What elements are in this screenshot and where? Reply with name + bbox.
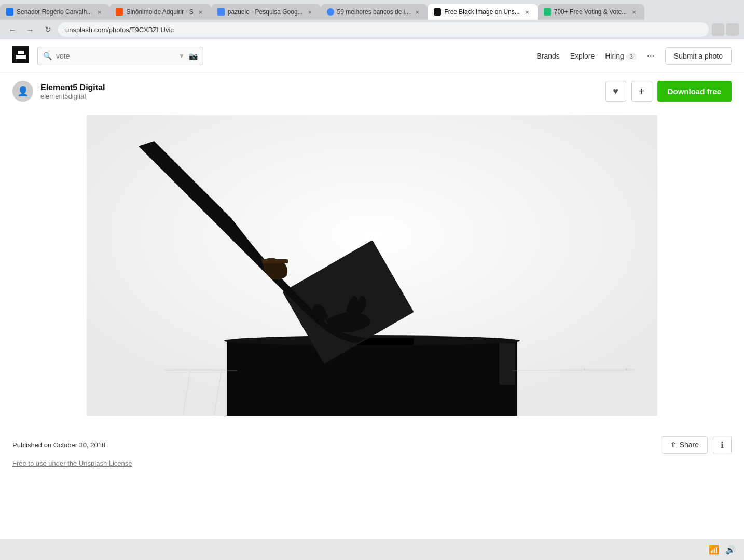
- unsplash-header: 🔍 ▼ 📷 Brands Explore Hiring 3 ··· Submit…: [0, 39, 744, 73]
- tab-close-google[interactable]: ×: [306, 8, 314, 16]
- forward-button[interactable]: →: [23, 22, 37, 37]
- header-nav: Brands Explore Hiring 3 ··· Submit a pho…: [536, 47, 732, 65]
- svg-rect-15: [499, 343, 515, 385]
- photo-image: [87, 115, 657, 416]
- unsplash-logo[interactable]: [12, 46, 29, 66]
- tab-senador[interactable]: Senador Rogério Carvalh... ×: [0, 4, 109, 20]
- info-button[interactable]: ℹ: [713, 436, 732, 454]
- more-options-button[interactable]: ···: [647, 50, 655, 61]
- tab-title-sinonimo: Sinônimo de Adquirir - S: [126, 8, 193, 16]
- tab-favicon-senador: [6, 8, 13, 16]
- photo-info-bar: 👤 Element5 Digital element5digital ♥ + D…: [0, 73, 744, 110]
- nav-brands[interactable]: Brands: [536, 52, 559, 60]
- volume-icon: 🔊: [725, 545, 736, 555]
- address-input[interactable]: [58, 22, 709, 37]
- tab-title-voting: 700+ Free Voting & Vote...: [554, 8, 627, 16]
- photo-container: [0, 110, 744, 428]
- tab-sinonimo[interactable]: Sinônimo de Adquirir - S ×: [109, 4, 211, 20]
- svg-rect-0: [12, 46, 29, 63]
- share-icon: ⇧: [670, 441, 677, 449]
- svg-rect-9: [262, 259, 288, 263]
- search-input[interactable]: [56, 52, 174, 60]
- tab-close-bancos[interactable]: ×: [413, 8, 421, 16]
- info-icon: ℹ: [721, 440, 724, 450]
- tab-favicon-bancos: [327, 8, 334, 16]
- tab-favicon-sinonimo: [116, 8, 123, 16]
- download-free-button[interactable]: Download free: [657, 81, 732, 102]
- svg-rect-5: [227, 341, 517, 416]
- taskbar: 📶 🔊: [0, 539, 744, 560]
- tab-close-sinonimo[interactable]: ×: [197, 8, 205, 16]
- tab-favicon-unsplash: [434, 8, 441, 16]
- extension-icon-2[interactable]: [726, 23, 739, 36]
- tab-google[interactable]: pazuelo - Pesquisa Goog... ×: [211, 4, 321, 20]
- svg-point-16: [584, 368, 586, 370]
- wifi-icon: 📶: [709, 545, 719, 555]
- tab-voting[interactable]: 700+ Free Voting & Vote... ×: [538, 4, 644, 20]
- extension-area: [712, 23, 739, 36]
- tab-bancos[interactable]: 59 melhores bancos de i... ×: [321, 4, 428, 20]
- avatar: 👤: [12, 81, 33, 102]
- tab-close-senador[interactable]: ×: [95, 8, 103, 16]
- tab-title-bancos: 59 melhores bancos de i...: [337, 8, 410, 16]
- hiring-badge: 3: [626, 53, 637, 60]
- submit-photo-button[interactable]: Submit a photo: [665, 47, 732, 65]
- photo-actions: ♥ + Download free: [605, 81, 732, 102]
- meta-actions: ⇧ Share ℹ: [662, 436, 732, 454]
- photo-wrapper: [87, 115, 657, 418]
- camera-search-icon[interactable]: 📷: [189, 52, 198, 60]
- tab-favicon-voting: [544, 8, 551, 16]
- svg-point-17: [625, 368, 627, 370]
- publish-date: Published on October 30, 2018: [12, 441, 105, 449]
- tab-title-google: pazuelo - Pesquisa Goog...: [228, 8, 303, 16]
- tab-title-senador: Senador Rogério Carvalh...: [17, 8, 92, 16]
- license-link[interactable]: Free to use under the Unsplash License: [12, 459, 132, 467]
- photo-meta: Published on October 30, 2018 ⇧ Share ℹ: [0, 428, 744, 457]
- search-icon: 🔍: [43, 52, 52, 60]
- tab-favicon-google: [217, 8, 225, 16]
- add-to-collection-button[interactable]: +: [631, 81, 652, 102]
- browser-frame: Senador Rogério Carvalh... × Sinônimo de…: [0, 0, 744, 39]
- nav-hiring[interactable]: Hiring 3: [605, 52, 637, 60]
- refresh-button[interactable]: ↻: [40, 22, 55, 37]
- like-button[interactable]: ♥: [605, 81, 626, 102]
- share-button[interactable]: ⇧ Share: [662, 436, 708, 454]
- address-bar-row: ← → ↻: [0, 20, 744, 39]
- nav-explore[interactable]: Explore: [570, 52, 595, 60]
- tab-unsplash[interactable]: Free Black Image on Uns... ×: [428, 4, 537, 20]
- photographer-info: Element5 Digital element5digital: [40, 83, 105, 100]
- tab-close-unsplash[interactable]: ×: [523, 8, 531, 16]
- search-dropdown-icon[interactable]: ▼: [178, 52, 185, 60]
- tab-close-voting[interactable]: ×: [630, 8, 638, 16]
- license-text: Free to use under the Unsplash License: [0, 457, 744, 478]
- tab-bar: Senador Rogério Carvalh... × Sinônimo de…: [0, 0, 744, 20]
- back-button[interactable]: ←: [5, 22, 20, 37]
- photographer-handle[interactable]: element5digital: [40, 92, 105, 100]
- extension-icon-1[interactable]: [712, 23, 724, 36]
- photographer-name[interactable]: Element5 Digital: [40, 83, 105, 92]
- tab-title-unsplash: Free Black Image on Uns...: [444, 8, 519, 16]
- header-search[interactable]: 🔍 ▼ 📷: [37, 47, 203, 65]
